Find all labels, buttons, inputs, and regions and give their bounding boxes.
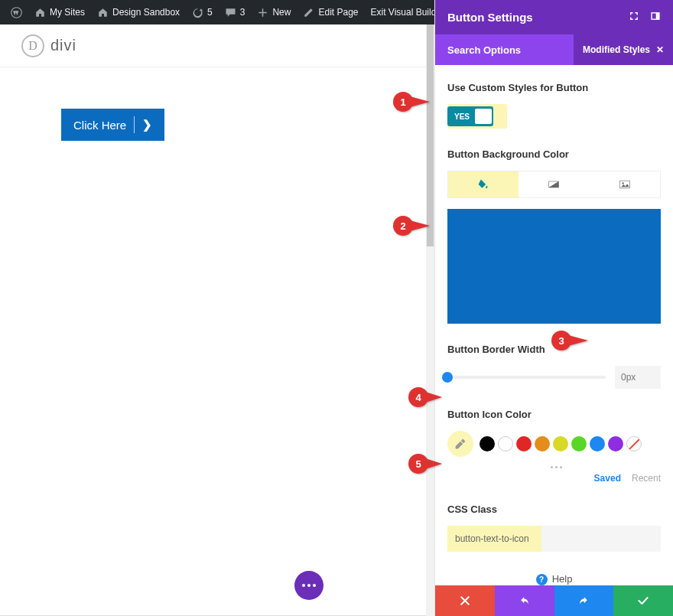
setting-bg-color: Button Background Color	[447, 148, 661, 324]
eyedropper-button[interactable]	[447, 431, 473, 457]
site-logo-row: D divi	[0, 24, 428, 67]
comments-count: 3	[240, 7, 245, 18]
setting-custom-styles: Use Custom Styles for Button YES	[447, 82, 661, 129]
my-sites-label: My Sites	[50, 7, 85, 18]
swatch-purple[interactable]	[608, 436, 623, 451]
wp-logo[interactable]	[5, 0, 28, 24]
refresh-icon	[192, 7, 203, 18]
site-name[interactable]: Design Sandbox	[91, 0, 186, 24]
home-icon	[97, 7, 109, 18]
css-class-input[interactable]	[447, 526, 661, 552]
scrollbar-thumb[interactable]	[426, 24, 434, 246]
bg-tab-gradient[interactable]	[519, 171, 589, 197]
divi-logo-text: divi	[50, 37, 76, 54]
close-icon	[459, 595, 471, 607]
button-divider	[134, 116, 135, 133]
panel-tabs: Search Options Modified Styles ✕	[435, 34, 673, 65]
modified-styles-chip[interactable]: Modified Styles ✕	[574, 34, 673, 65]
home-icon	[34, 7, 46, 18]
swatch-red[interactable]	[516, 436, 532, 451]
icon-color-swatches	[447, 431, 661, 457]
eyedropper-icon	[454, 438, 467, 450]
bg-tab-color[interactable]	[448, 171, 519, 197]
paint-bucket-icon	[477, 178, 489, 191]
saved-link[interactable]: Saved	[594, 473, 621, 484]
wordpress-icon	[11, 7, 22, 18]
settings-panel: Button Settings Search Options Modified …	[434, 0, 673, 616]
setting-icon-color: Button Icon Color Saved Recent	[447, 409, 661, 484]
swatch-blue[interactable]	[590, 436, 605, 451]
svg-rect-4	[619, 181, 629, 188]
setting-label: Button Background Color	[447, 148, 661, 160]
comment-icon	[225, 7, 236, 18]
setting-label: CSS Class	[447, 504, 661, 515]
close-icon[interactable]: ✕	[656, 44, 664, 55]
panel-footer	[435, 585, 673, 616]
toggle-knob	[475, 109, 492, 124]
more-dots-icon[interactable]	[452, 466, 661, 468]
image-icon	[619, 178, 631, 191]
new-label: New	[272, 7, 291, 18]
my-sites[interactable]: My Sites	[28, 0, 91, 24]
undo-icon	[519, 595, 531, 607]
undo-button[interactable]	[495, 585, 554, 616]
help-icon: ?	[536, 574, 548, 585]
new-content[interactable]: New	[251, 0, 297, 24]
edit-page-label: Edit Page	[318, 7, 358, 18]
svg-rect-2	[656, 13, 659, 19]
plus-icon	[257, 7, 268, 18]
setting-css-class: CSS Class	[447, 504, 661, 552]
check-icon	[637, 595, 649, 607]
setting-label: Button Icon Color	[447, 409, 661, 420]
page-preview: D divi Click Here ❯	[0, 24, 428, 616]
chip-label: Modified Styles	[583, 44, 650, 55]
annotation-5: 5	[408, 454, 444, 477]
demo-button[interactable]: Click Here ❯	[61, 109, 164, 141]
swatch-black[interactable]	[480, 436, 495, 451]
panel-title: Button Settings	[447, 11, 533, 24]
divi-logo-icon: D	[21, 34, 44, 57]
divi-fab-button[interactable]	[294, 571, 323, 600]
updates-count: 5	[207, 7, 213, 18]
snap-icon[interactable]	[650, 11, 661, 24]
bg-tab-image[interactable]	[590, 171, 660, 197]
panel-header: Button Settings	[435, 0, 673, 34]
toggle-state: YES	[449, 112, 475, 121]
swatch-yellow[interactable]	[553, 436, 568, 451]
slider-thumb[interactable]	[442, 372, 453, 383]
swatch-none[interactable]	[626, 436, 642, 451]
border-width-slider[interactable]	[447, 376, 606, 379]
search-options-label[interactable]: Search Options	[447, 44, 521, 56]
annotation-1: 1	[393, 92, 433, 115]
redo-button[interactable]	[554, 585, 614, 616]
annotation-4: 4	[408, 387, 444, 410]
gradient-icon	[548, 178, 560, 191]
redo-icon	[577, 595, 590, 607]
help-row[interactable]: ?Help	[447, 573, 661, 585]
svg-point-5	[622, 182, 623, 184]
bg-color-swatch[interactable]	[447, 209, 661, 324]
save-button[interactable]	[613, 585, 673, 616]
border-width-value[interactable]: 0px	[615, 366, 661, 389]
site-name-label: Design Sandbox	[112, 7, 180, 18]
annotation-2: 2	[393, 216, 433, 239]
setting-label: Use Custom Styles for Button	[447, 82, 661, 93]
recent-link[interactable]: Recent	[632, 473, 661, 484]
updates[interactable]: 5	[186, 0, 219, 24]
edit-page[interactable]: Edit Page	[297, 0, 364, 24]
scrollbar-track	[426, 246, 434, 616]
chevron-right-icon: ❯	[142, 118, 152, 132]
bg-color-tabs	[447, 171, 661, 198]
swatch-orange[interactable]	[535, 436, 550, 451]
demo-button-label: Click Here	[73, 119, 126, 132]
annotation-3: 3	[551, 331, 591, 354]
custom-styles-toggle[interactable]: YES	[447, 106, 493, 126]
cancel-button[interactable]	[435, 585, 495, 616]
swatch-green[interactable]	[571, 436, 587, 451]
pencil-icon	[303, 7, 314, 18]
help-label: Help	[552, 573, 573, 585]
exit-vb-label: Exit Visual Builder	[371, 7, 445, 18]
comments[interactable]: 3	[219, 0, 252, 24]
expand-icon[interactable]	[629, 11, 639, 24]
swatch-white[interactable]	[498, 436, 513, 451]
